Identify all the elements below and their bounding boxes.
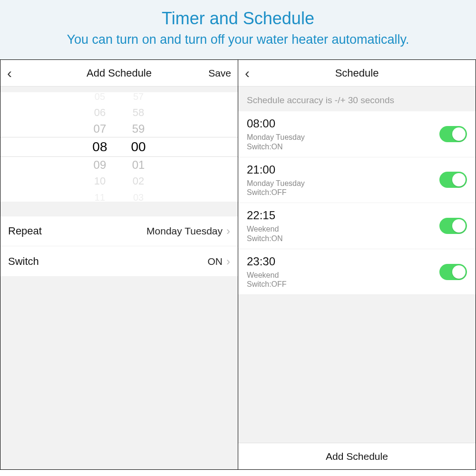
picker-item: 11 [95, 189, 105, 202]
schedule-row[interactable]: 22:15 Weekend Switch:ON [238, 203, 476, 249]
banner: Timer and Schedule You can turn on and t… [0, 0, 476, 59]
schedule-row[interactable]: 21:00 Monday Tuesday Switch:OFF [238, 157, 476, 204]
repeat-row[interactable]: Repeat Monday Tuesday › [0, 216, 238, 246]
schedule-switch-state: Switch:ON [247, 143, 439, 151]
chevron-right-icon: › [226, 224, 230, 238]
switch-row[interactable]: Switch ON › [0, 246, 238, 277]
picker-item: 10 [94, 173, 106, 189]
schedule-days: Weekend [247, 224, 439, 234]
schedule-time: 22:15 [247, 209, 439, 222]
picker-item: 57 [133, 92, 144, 105]
phones-container: ‹ Add Schedule Save 05 06 07 08 09 10 11… [0, 59, 476, 470]
picker-item: 59 [132, 121, 145, 137]
schedule-switch-state: Switch:ON [247, 234, 439, 243]
picker-item: 02 [133, 173, 144, 189]
toggle-switch[interactable] [439, 172, 467, 188]
navbar: ‹ Schedule [238, 60, 476, 87]
schedule-days: Weekend [247, 270, 439, 281]
schedule-switch-state: Switch:OFF [247, 280, 439, 289]
schedule-days: Monday Tuesday [247, 132, 439, 143]
repeat-label: Repeat [8, 225, 146, 237]
toggle-switch[interactable] [439, 264, 467, 280]
repeat-value: Monday Tuesday [146, 225, 223, 237]
back-button[interactable]: ‹ [245, 66, 269, 80]
schedule-time: 23:30 [247, 255, 439, 268]
back-button[interactable]: ‹ [7, 66, 31, 80]
toggle-switch[interactable] [439, 126, 467, 142]
schedule-days: Monday Tuesday [247, 178, 439, 189]
schedule-list: 08:00 Monday Tuesday Switch:ON 21:00 Mon… [238, 111, 476, 295]
nav-title: Add Schedule [31, 67, 207, 79]
picker-item-selected: 00 [131, 137, 146, 157]
switch-label: Switch [8, 255, 208, 268]
empty-space [0, 277, 238, 469]
banner-title: Timer and Schedule [10, 9, 466, 29]
schedule-row[interactable]: 08:00 Monday Tuesday Switch:ON [238, 111, 476, 157]
schedule-switch-state: Switch:OFF [247, 188, 439, 197]
toggle-switch[interactable] [439, 218, 467, 234]
minute-wheel[interactable]: 57 58 59 00 01 02 03 [131, 92, 146, 202]
phone-add-schedule: ‹ Add Schedule Save 05 06 07 08 09 10 11… [0, 60, 238, 469]
picker-item: 06 [94, 105, 106, 121]
hour-wheel[interactable]: 05 06 07 08 09 10 11 [92, 92, 107, 202]
add-schedule-button[interactable]: Add Schedule [238, 443, 476, 469]
schedule-row[interactable]: 23:30 Weekend Switch:OFF [238, 249, 476, 295]
nav-title: Schedule [269, 67, 445, 79]
navbar: ‹ Add Schedule Save [0, 60, 238, 87]
schedule-time: 21:00 [247, 163, 439, 176]
picker-item: 09 [94, 157, 107, 173]
picker-item: 03 [133, 189, 144, 202]
picker-item: 05 [95, 92, 105, 105]
switch-value: ON [208, 256, 223, 267]
picker-item: 58 [133, 105, 144, 121]
time-picker[interactable]: 05 06 07 08 09 10 11 57 58 59 00 01 02 0… [0, 92, 238, 202]
picker-item-selected: 08 [92, 137, 107, 157]
save-button[interactable]: Save [207, 68, 231, 79]
accuracy-notice: Schedule accuracy is -/+ 30 seconds [238, 87, 476, 111]
picker-item: 07 [94, 121, 107, 137]
phone-schedule-list: ‹ Schedule Schedule accuracy is -/+ 30 s… [238, 60, 476, 469]
picker-item: 01 [132, 157, 145, 173]
chevron-right-icon: › [226, 255, 230, 268]
schedule-time: 08:00 [247, 117, 439, 130]
banner-subtitle: You can turn on and turn off your water … [10, 32, 466, 47]
empty-space [238, 295, 476, 443]
